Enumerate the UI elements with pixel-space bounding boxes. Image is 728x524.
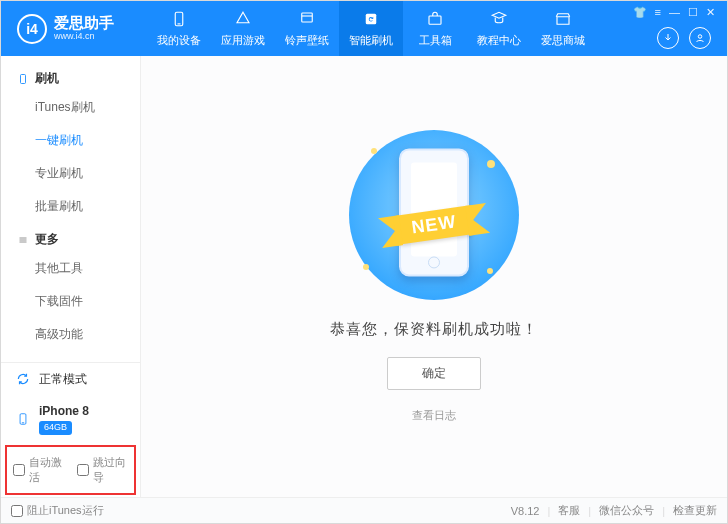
download-icon[interactable]: [657, 27, 679, 49]
refresh-icon: [15, 371, 31, 387]
app-header: i4 爱思助手 www.i4.cn 我的设备 应用游戏 铃声壁纸 智能刷机 工具…: [1, 1, 727, 56]
music-icon: [298, 9, 316, 29]
user-icon[interactable]: [689, 27, 711, 49]
ok-button[interactable]: 确定: [387, 357, 481, 390]
mode-status[interactable]: 正常模式: [1, 363, 140, 396]
sidebar: 刷机 iTunes刷机 一键刷机 专业刷机 批量刷机 更多 其他工具 下载固件 …: [1, 56, 141, 497]
nav-ringtones[interactable]: 铃声壁纸: [275, 1, 339, 56]
logo-mark: i4: [17, 14, 47, 44]
nav-store[interactable]: 爱思商城: [531, 1, 595, 56]
nav-tutorials[interactable]: 教程中心: [467, 1, 531, 56]
brand-url: www.i4.cn: [54, 32, 114, 42]
sidebar-item-advanced[interactable]: 高级功能: [1, 318, 140, 351]
storage-badge: 64GB: [39, 421, 72, 435]
sidebar-section-flash: 刷机: [1, 62, 140, 91]
version-label: V8.12: [511, 505, 540, 517]
sidebar-item-other[interactable]: 其他工具: [1, 252, 140, 285]
tshirt-icon[interactable]: 👕: [633, 6, 647, 19]
main-content: NEW 恭喜您，保资料刷机成功啦！ 确定 查看日志: [141, 56, 727, 497]
device-status[interactable]: iPhone 8 64GB: [1, 396, 140, 443]
sidebar-section-more: 更多: [1, 223, 140, 252]
minimize-icon[interactable]: —: [669, 6, 680, 18]
book-icon: [490, 9, 508, 29]
view-log-link[interactable]: 查看日志: [412, 408, 456, 423]
phone-icon: [15, 411, 31, 427]
apps-icon: [234, 9, 252, 29]
window-controls: 👕 ≡ — ☐ ✕: [627, 1, 721, 56]
nav-tools[interactable]: 工具箱: [403, 1, 467, 56]
nav-apps[interactable]: 应用游戏: [211, 1, 275, 56]
logo: i4 爱思助手 www.i4.cn: [7, 14, 147, 44]
footer-link-support[interactable]: 客服: [558, 503, 580, 518]
footer: 阻止iTunes运行 V8.12 | 客服 | 微信公众号 | 检查更新: [1, 497, 727, 523]
block-itunes-checkbox[interactable]: 阻止iTunes运行: [11, 503, 104, 518]
store-icon: [554, 9, 572, 29]
options-highlight-box: 自动激活 跳过向导: [5, 445, 136, 495]
nav-flash[interactable]: 智能刷机: [339, 1, 403, 56]
skip-guide-checkbox[interactable]: 跳过向导: [77, 455, 129, 485]
refresh-icon: [362, 9, 380, 29]
device-name: iPhone 8: [39, 404, 89, 420]
menu-icon[interactable]: ≡: [655, 6, 661, 18]
toolbox-icon: [426, 9, 444, 29]
svg-point-5: [698, 35, 702, 39]
sidebar-item-oneclick[interactable]: 一键刷机: [1, 124, 140, 157]
svg-rect-6: [21, 74, 26, 83]
sidebar-item-pro[interactable]: 专业刷机: [1, 157, 140, 190]
footer-link-wechat[interactable]: 微信公众号: [599, 503, 654, 518]
svg-rect-4: [429, 16, 441, 24]
success-message: 恭喜您，保资料刷机成功啦！: [330, 320, 538, 339]
phone-icon: [170, 9, 188, 29]
maximize-icon[interactable]: ☐: [688, 6, 698, 19]
nav-my-device[interactable]: 我的设备: [147, 1, 211, 56]
top-nav: 我的设备 应用游戏 铃声壁纸 智能刷机 工具箱 教程中心 爱思商城: [147, 1, 627, 56]
footer-link-update[interactable]: 检查更新: [673, 503, 717, 518]
brand-name: 爱思助手: [54, 15, 114, 32]
auto-activate-checkbox[interactable]: 自动激活: [13, 455, 65, 485]
sidebar-item-batch[interactable]: 批量刷机: [1, 190, 140, 223]
success-illustration: NEW: [349, 130, 519, 300]
sidebar-item-itunes[interactable]: iTunes刷机: [1, 91, 140, 124]
svg-rect-2: [302, 13, 313, 22]
sidebar-item-download[interactable]: 下载固件: [1, 285, 140, 318]
close-icon[interactable]: ✕: [706, 6, 715, 19]
